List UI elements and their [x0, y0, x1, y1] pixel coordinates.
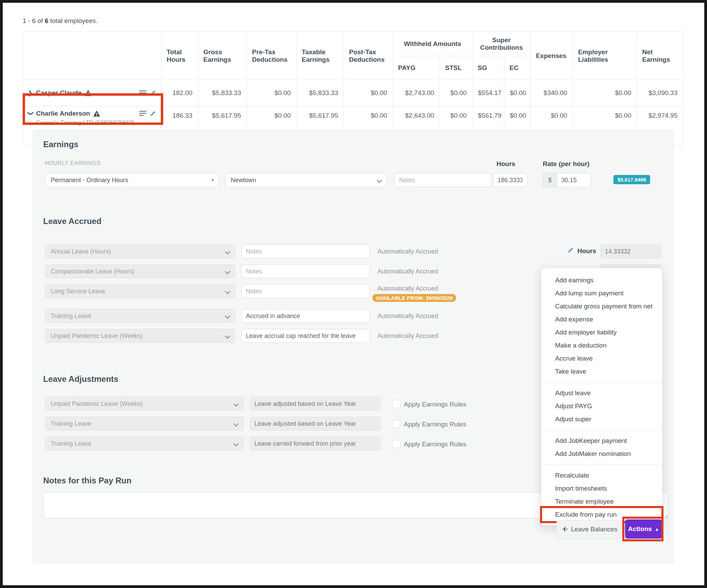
summary-suffix: total employees.: [48, 17, 98, 24]
leave-accrued-notes-input[interactable]: [241, 264, 370, 278]
actions-button-annotation: Actions ▲: [625, 519, 661, 538]
leave-accrued-notes-input[interactable]: [241, 284, 370, 298]
leave-type-value: Long Service Leave: [51, 288, 105, 295]
employee-name[interactable]: Casper Claude: [36, 89, 82, 97]
leave-accrued-notes-input[interactable]: [241, 329, 370, 343]
chevron-down-icon: [233, 421, 239, 427]
apply-earnings-rules-label: Apply Earnings Rules: [404, 440, 466, 448]
menu-item-add-earnings[interactable]: Add earnings: [541, 274, 662, 287]
cell-sg: $554.17: [472, 80, 504, 106]
leave-balances-button[interactable]: ✈ Leave Balances: [556, 520, 622, 539]
earnings-type-value: Permanent - Ordinary Hours: [51, 177, 128, 184]
col-sg: SG: [472, 56, 504, 80]
available-from-badge: AVAILABLE FROM: 29/09/2029: [372, 294, 456, 302]
earnings-type-select[interactable]: Permanent - Ordinary Hours ▾: [45, 173, 219, 187]
apply-earnings-rules-checkbox[interactable]: [392, 420, 400, 428]
table-row-casper-claude: ❯ Casper Claude 182.00: [23, 80, 683, 106]
col-ec: EC: [504, 56, 531, 80]
cell-total-hours: 182.00: [161, 80, 198, 106]
earnings-rate-input[interactable]: [557, 173, 591, 187]
menu-item-adjust-super[interactable]: Adjust super: [541, 413, 662, 426]
pay-run-notes-heading: Notes for this Pay Run: [43, 476, 131, 485]
name-column-header: [23, 32, 161, 80]
accrued-hours-value[interactable]: 14.33332: [600, 245, 661, 258]
menu-item-add-employer-liability[interactable]: Add employer liability: [541, 326, 662, 339]
menu-item-import-timesheets[interactable]: Import timesheets: [541, 482, 662, 495]
menu-item-adjust-leave[interactable]: Adjust leave: [541, 387, 662, 400]
leave-adjustment-note: Leave adjusted based on Leave Year: [250, 417, 380, 431]
cell-stsl: $0.00: [440, 80, 472, 106]
earnings-location-value: Newtown: [231, 177, 256, 184]
chevron-down-icon: [225, 333, 230, 339]
menu-item-add-expense[interactable]: Add expense: [541, 313, 662, 326]
apply-earnings-rules-checkbox[interactable]: [392, 440, 400, 448]
employee-name[interactable]: Charlie Anderson: [36, 110, 90, 117]
leave-adjustment-type-select[interactable]: Training Leave: [45, 437, 244, 450]
summary-prefix: 1 - 6 of: [23, 17, 45, 24]
menu-item-take-leave[interactable]: Take leave: [541, 365, 662, 378]
col-taxable-earnings: Taxable Earnings: [297, 32, 344, 80]
leave-type-value: Compassionate Leave (Hours): [51, 268, 134, 275]
cell-ec: $0.00: [504, 80, 531, 106]
chevron-down-icon: [377, 178, 382, 183]
leave-accrued-type-select[interactable]: Training Leave: [45, 309, 235, 323]
leave-type-value: Unpaid Pandemic Leave (Weeks): [51, 332, 143, 340]
cell-net: $3,090.33: [637, 80, 683, 106]
col-net-earnings: Net Earnings: [637, 32, 683, 80]
earnings-notes-input[interactable]: [395, 173, 491, 187]
col-expenses: Expenses: [531, 32, 573, 80]
edit-pencil-icon[interactable]: [149, 90, 156, 96]
currency-prefix: $: [543, 173, 557, 187]
menu-item-add-lump-sum-payment[interactable]: Add lump sum payment: [541, 287, 662, 300]
collapse-chevron-down-icon[interactable]: ❯: [27, 111, 34, 116]
col-stsl: STSL: [440, 56, 472, 80]
cell-employer-liabilities: $0.00: [573, 80, 637, 106]
col-gross-earnings: Gross Earnings: [198, 32, 247, 80]
menu-item-recalculate[interactable]: Recalculate: [541, 469, 662, 482]
leave-accrued-notes-input[interactable]: [241, 309, 370, 323]
leave-accrued-notes-input[interactable]: [241, 245, 370, 258]
leave-accrued-type-select[interactable]: Unpaid Pandemic Leave (Weeks): [45, 329, 235, 343]
leave-accrued-type-select[interactable]: Compassionate Leave (Hours): [45, 264, 235, 278]
leave-accrued-type-select[interactable]: Long Service Leave: [45, 284, 235, 298]
leave-balances-label: Leave Balances: [571, 526, 617, 533]
menu-item-calculate-gross-from-net[interactable]: Calculate gross payment from net: [541, 300, 662, 313]
edit-pencil-icon[interactable]: [149, 110, 156, 117]
menu-item-accrue-leave[interactable]: Accrue leave: [541, 352, 662, 365]
employee-name-cell[interactable]: ❯ Casper Claude: [23, 80, 161, 106]
earnings-location-select[interactable]: Newtown: [225, 173, 387, 187]
apply-earnings-rules-checkbox[interactable]: [392, 400, 400, 408]
pay-notes-icon[interactable]: [139, 90, 147, 96]
leave-accrued-type-select[interactable]: Annual Leave (Hours): [45, 245, 235, 258]
earnings-hours-input[interactable]: [493, 173, 527, 187]
actions-button[interactable]: Actions ▲: [625, 519, 662, 539]
accrued-hours-label: Hours: [577, 247, 596, 255]
hourly-earnings-subheading: HOURLY EARNINGS: [45, 160, 100, 166]
pay-notes-icon[interactable]: [139, 110, 147, 117]
actions-dropdown-menu: Add earnings Add lump sum payment Calcul…: [541, 268, 662, 526]
leave-adjustment-type-select[interactable]: Unpaid Pandemic Leave (Weeks): [45, 397, 244, 411]
cell-expenses: $340.00: [531, 80, 573, 106]
chevron-down-icon: [225, 249, 230, 255]
menu-item-add-jobmaker-nomination[interactable]: Add JobMaker nomination: [541, 447, 662, 460]
col-pretax-deductions: Pre-Tax Deductions: [247, 32, 297, 80]
group-withheld-amounts: Withheld Amounts: [393, 32, 472, 56]
expand-chevron-right-icon[interactable]: ❯: [28, 90, 33, 97]
chevron-down-icon: [225, 289, 230, 294]
edit-hours-pencil-icon[interactable]: [567, 247, 574, 254]
leave-adjustment-type-select[interactable]: Training Leave: [45, 417, 244, 431]
rate-label: Rate (per hour): [543, 160, 589, 168]
leave-accrued-heading: Leave Accrued: [43, 216, 101, 226]
leave-adjustments-heading: Leave Adjustments: [43, 374, 118, 384]
cell-pretax: $0.00: [247, 80, 297, 106]
auto-accrued-label: Automatically Accrued: [378, 313, 438, 320]
leave-type-value: Annual Leave (Hours): [51, 248, 111, 255]
menu-item-make-a-deduction[interactable]: Make a deduction: [541, 339, 662, 352]
earnings-total-badge: $5,617.9499: [613, 175, 650, 184]
employees-table: Total Hours Gross Earnings Pre-Tax Deduc…: [23, 32, 683, 146]
menu-item-adjust-payg[interactable]: Adjust PAYG: [541, 400, 662, 413]
col-employer-liabilities: Employer Liabilities: [573, 32, 637, 80]
menu-item-terminate-employee[interactable]: Terminate employee: [541, 495, 662, 508]
menu-item-add-jobkeeper-payment[interactable]: Add JobKeeper payment: [541, 434, 662, 447]
chevron-down-icon: [233, 401, 239, 407]
